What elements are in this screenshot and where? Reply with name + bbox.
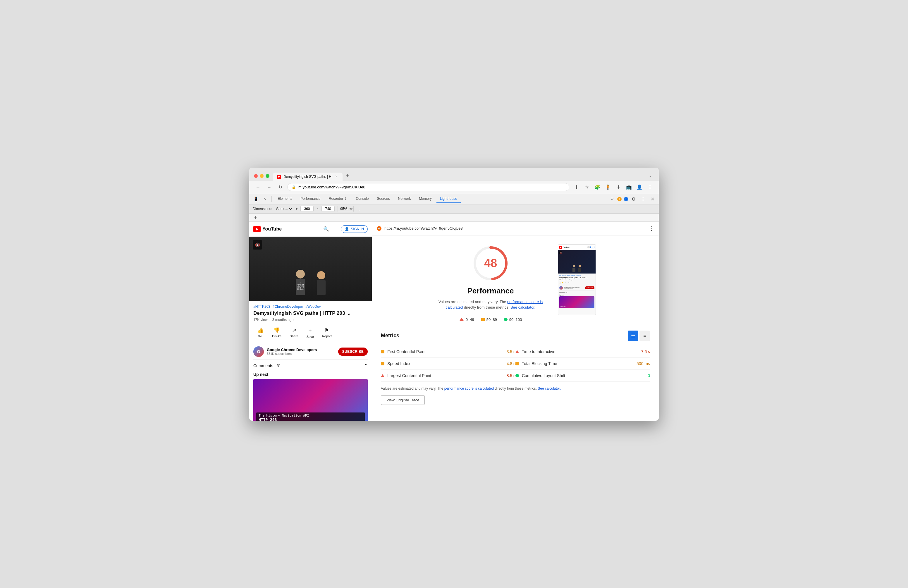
yt-video-info: #HTTP203 #ChromeDeveloper #WebDev Demyst… xyxy=(249,301,372,420)
tti-name: Time to Interactive xyxy=(522,349,638,354)
toggle-list-view[interactable]: ☰ xyxy=(628,330,638,341)
tab-performance[interactable]: Performance xyxy=(297,195,324,203)
download-icon[interactable]: ⬇ xyxy=(614,183,623,191)
cls-name: Cumulative Layout Shift xyxy=(522,373,645,378)
profile-icon[interactable]: 🧍 xyxy=(604,183,612,191)
device-select[interactable]: Sams... xyxy=(275,206,293,211)
tti-value: 7.6 s xyxy=(641,349,650,354)
metrics-footer-middle: directly from these metrics. xyxy=(495,387,537,391)
tab-lighthouse[interactable]: Lighthouse xyxy=(436,195,461,203)
view-original-trace-button[interactable]: View Original Trace xyxy=(381,395,425,405)
score-desc-prefix: Values are estimated and may vary. The xyxy=(438,300,506,304)
yt-like-action[interactable]: 👍 870 xyxy=(253,325,268,340)
device-toolbar-icon[interactable]: 📱 xyxy=(251,195,260,203)
width-input[interactable] xyxy=(300,206,314,212)
toolbar-icons: ⬆ ☆ 🧩 🧍 ⬇ 📺 👤 ⋮ xyxy=(572,183,654,191)
active-tab[interactable]: ▶ Demystifyingish SVG paths | H ✕ xyxy=(273,172,343,181)
yt-share-action[interactable]: ↗ Share xyxy=(285,325,302,340)
device-toolbar-more[interactable]: ⋮ xyxy=(357,206,361,211)
address-bar: ← → ↻ 🔒 m.youtube.com/watch?v=9qen5CKjUe… xyxy=(249,181,659,194)
back-button[interactable]: ← xyxy=(254,183,262,191)
yt-video-thumbnail[interactable]: I FORGOTHOW TOSOCIAL 🔇 xyxy=(249,237,372,301)
close-button[interactable] xyxy=(254,174,258,178)
title-bar: ▶ Demystifyingish SVG paths | H ✕ + ⌄ xyxy=(249,168,659,181)
share-icon: ↗ xyxy=(292,327,296,333)
metrics-footer-link[interactable]: performance score is calculated xyxy=(444,387,494,391)
devtools-right-icons: » 1 1 ⚙ ⋮ ✕ xyxy=(609,194,657,204)
tab-more-button[interactable]: ⌄ xyxy=(647,172,654,179)
devtools-more-icon[interactable]: ⋮ xyxy=(639,195,647,203)
share-icon[interactable]: ⬆ xyxy=(572,183,580,191)
yt-signin-button[interactable]: 👤 SIGN IN xyxy=(341,225,368,233)
yt-channel-avatar[interactable]: G xyxy=(253,346,264,357)
metrics-footer-link2[interactable]: See calculator. xyxy=(538,387,561,391)
legend-orange-label: 50–89 xyxy=(486,317,497,322)
tab-elements[interactable]: Elements xyxy=(274,195,296,203)
tab-recorder[interactable]: Recorder 🎙 xyxy=(325,195,351,203)
yt-header-actions: 🔍 ⋮ 👤 SIGN IN xyxy=(323,225,368,233)
devtools-close-icon[interactable]: ✕ xyxy=(648,195,657,203)
yt-report-action[interactable]: ⚑ Report xyxy=(318,325,336,340)
bookmark-icon[interactable]: ☆ xyxy=(583,183,591,191)
yt-account-icon: 👤 xyxy=(345,227,349,231)
metrics-title: Metrics xyxy=(381,333,399,339)
yt-tag-webdev[interactable]: #WebDev xyxy=(305,304,320,309)
fcp-value: 3.5 s xyxy=(507,349,515,354)
url-bar[interactable]: 🔒 m.youtube.com/watch?v=9qen5CKjUe8 xyxy=(287,183,569,191)
yt-comments-row[interactable]: Comments · 61 ⌃ xyxy=(253,359,368,372)
minimize-button[interactable] xyxy=(260,174,264,178)
legend-red-icon xyxy=(459,318,464,321)
yt-mute-button[interactable]: 🔇 xyxy=(253,240,262,250)
user-icon[interactable]: 👤 xyxy=(635,183,644,191)
device-toolbar: Dimensions: Sams... ▾ × 95% ⋮ xyxy=(249,205,659,214)
cast-icon[interactable]: 📺 xyxy=(625,183,633,191)
yt-logo-text: YouTube xyxy=(262,226,282,232)
yt-save-action[interactable]: ＋ Save xyxy=(303,325,318,340)
report-icon: ⚑ xyxy=(324,327,329,333)
main-content: ▶ YouTube 🔍 ⋮ 👤 SIGN IN xyxy=(249,222,659,420)
tab-memory[interactable]: Memory xyxy=(416,195,435,203)
metrics-header: Metrics ☰ ≡ xyxy=(381,330,650,341)
add-panel-button[interactable]: + xyxy=(251,214,260,221)
yt-dislike-action[interactable]: 👎 Dislike xyxy=(268,325,285,340)
height-input[interactable] xyxy=(322,206,335,212)
yt-search-icon[interactable]: 🔍 xyxy=(323,226,329,232)
refresh-button[interactable]: ↻ xyxy=(276,183,284,191)
tab-console[interactable]: Console xyxy=(352,195,372,203)
yt-expand-icon[interactable]: ⌄ xyxy=(347,310,351,317)
lighthouse-more-button[interactable]: ⋮ xyxy=(649,225,654,232)
yt-more-icon[interactable]: ⋮ xyxy=(333,226,337,232)
like-count: 870 xyxy=(258,334,263,338)
score-calc-link-2[interactable]: See calculator. xyxy=(510,305,535,309)
tab-favicon: ▶ xyxy=(277,175,281,179)
maximize-button[interactable] xyxy=(266,174,269,178)
devtools-settings-icon[interactable]: ⚙ xyxy=(629,195,638,203)
toggle-detail-view[interactable]: ≡ xyxy=(639,330,650,341)
info-badge: 1 xyxy=(624,197,628,201)
new-tab-button[interactable]: + xyxy=(343,171,352,181)
yt-channel-name[interactable]: Google Chrome Developers xyxy=(267,348,335,352)
menu-icon[interactable]: ⋮ xyxy=(646,183,654,191)
extensions-icon[interactable]: 🧩 xyxy=(593,183,601,191)
yt-tag-http203[interactable]: #HTTP203 xyxy=(253,304,270,309)
tab-close-button[interactable]: ✕ xyxy=(334,174,338,179)
tab-title: Demystifyingish SVG paths | H xyxy=(283,175,332,179)
inspect-icon[interactable]: ↖ xyxy=(261,195,269,203)
yt-video-title: Demystifyingish SVG paths | HTTP 203 ⌄ xyxy=(253,310,368,317)
more-tabs-button[interactable]: » xyxy=(609,194,616,204)
yt-next-video-thumbnail[interactable]: The History Navigation API. HTTP 203 xyxy=(253,379,368,420)
metrics-view-toggle: ☰ ≡ xyxy=(628,330,650,341)
fcp-name: First Contentful Paint xyxy=(387,349,504,354)
yt-subscribe-button[interactable]: SUBSCRIBE xyxy=(338,348,368,356)
zoom-select[interactable]: 95% xyxy=(338,206,354,212)
forward-button[interactable]: → xyxy=(265,183,273,191)
devtools-tab-bar: 📱 ↖ Elements Performance Recorder 🎙 Cons… xyxy=(249,194,659,205)
legend-red-label: 0–49 xyxy=(466,317,474,322)
dimensions-label: Dimensions: xyxy=(253,207,272,211)
tab-sources[interactable]: Sources xyxy=(373,195,393,203)
si-name: Speed Index xyxy=(387,361,504,366)
tab-network[interactable]: Network xyxy=(394,195,414,203)
yt-tag-chromedeveloper[interactable]: #ChromeDeveloper xyxy=(273,304,303,309)
legend-red: 0–49 xyxy=(459,317,474,322)
yt-logo: ▶ YouTube xyxy=(253,226,282,232)
